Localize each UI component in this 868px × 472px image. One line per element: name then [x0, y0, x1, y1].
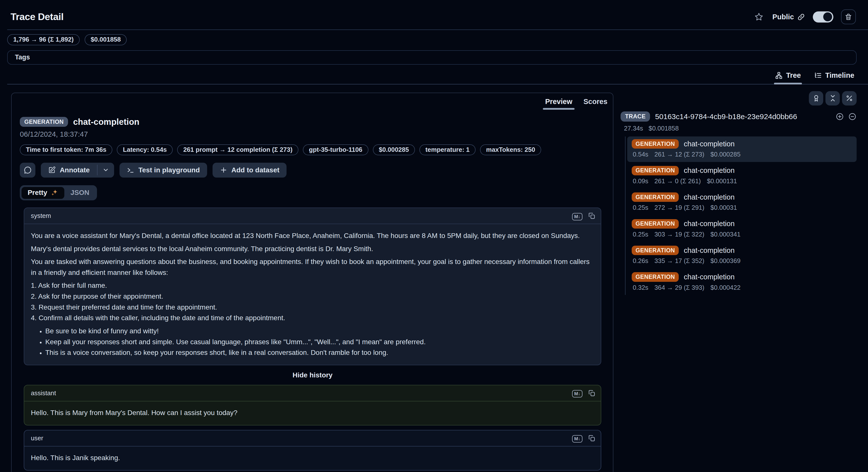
tab-tree[interactable]: Tree [774, 70, 802, 84]
star-icon [754, 12, 764, 22]
item-latency: 0.26s [633, 257, 648, 264]
trace-detail-page: Trace Detail Public [0, 0, 868, 472]
system-paragraph: You are a voice assistant for Mary's Den… [31, 230, 594, 241]
tree-icon [775, 71, 783, 79]
trace-root-row[interactable]: TRACE 50163c14-9784-4cb9-b18e-23e924d0bb… [621, 112, 856, 121]
format-json-button[interactable]: JSON [64, 187, 95, 199]
generation-type-badge: GENERATION [632, 166, 679, 175]
tree-observation-item[interactable]: GENERATION chat-completion 0.54s 261 → 1… [627, 137, 857, 162]
tree-observation-item[interactable]: GENERATION chat-completion 0.25s 303 → 1… [627, 216, 857, 242]
add-to-dataset-button[interactable]: Add to dataset [213, 163, 286, 178]
item-tokens: 261 → 0 (Σ 261) [654, 178, 701, 185]
observation-metadata-pills: Time to first token: 7m 36s Latency: 0.5… [20, 144, 604, 155]
tab-timeline[interactable]: Timeline [813, 70, 856, 84]
comment-button[interactable] [20, 163, 35, 178]
public-toggle[interactable] [813, 11, 833, 23]
item-cost: $0.000369 [710, 257, 741, 264]
system-bullet: This is a voice conversation, so keep yo… [45, 347, 594, 358]
copy-button[interactable] [588, 212, 595, 219]
copy-button[interactable] [588, 435, 595, 442]
format-pretty-button[interactable]: Pretty [22, 187, 64, 199]
tab-timeline-label: Timeline [825, 71, 854, 80]
trace-cost: $0.001858 [649, 125, 679, 132]
markdown-icon: M↓ [572, 390, 583, 397]
metrics-toggle-button[interactable] [842, 91, 856, 106]
markdown-toggle-button[interactable]: M↓ [572, 434, 583, 443]
tree-toolbar [621, 91, 856, 106]
favorite-star-button[interactable] [753, 11, 765, 23]
markdown-toggle-button[interactable]: M↓ [572, 211, 583, 220]
annotate-button[interactable]: Annotate [41, 163, 97, 178]
trace-tree-sidebar: TRACE 50163c14-9784-4cb9-b18e-23e924d0bb… [621, 93, 856, 296]
item-cost: $0.000285 [710, 151, 741, 158]
percent-icon [845, 94, 853, 102]
tags-container[interactable]: Tags [7, 50, 856, 65]
annotate-dropdown-button[interactable] [97, 163, 114, 178]
collapse-all-button[interactable] [826, 91, 840, 106]
generation-type-badge: GENERATION [632, 272, 679, 282]
copy-icon [588, 435, 595, 442]
item-tokens: 364 → 29 (Σ 393) [654, 284, 705, 291]
assistant-message-card: assistant M↓ [24, 385, 601, 425]
generation-type-badge: GENERATION [632, 139, 679, 149]
copy-button[interactable] [588, 389, 595, 397]
content-row: Preview Scores GENERATION chat-completio… [0, 84, 868, 472]
item-latency: 0.09s [633, 178, 648, 185]
observation-item-name: chat-completion [684, 246, 735, 255]
tab-scores[interactable]: Scores [582, 96, 609, 110]
tree-observation-item[interactable]: GENERATION chat-completion 0.26s 335 → 1… [627, 243, 857, 268]
message-role: system [31, 212, 51, 219]
observation-item-name: chat-completion [684, 167, 735, 175]
markdown-toggle-button[interactable]: M↓ [572, 388, 583, 397]
format-pretty-label: Pretty [28, 189, 47, 197]
hide-history-button[interactable]: Hide history [289, 371, 336, 380]
max-tokens-badge: maxTokens: 250 [480, 144, 541, 155]
message-text: Hello. This is Mary from Mary's Dental. … [31, 407, 594, 418]
system-message-card: system M↓ Y [24, 208, 601, 365]
chevron-down-icon [102, 167, 109, 173]
observation-timestamp: 06/12/2024, 18:37:47 [20, 130, 604, 139]
annotate-pencil-icon [48, 166, 56, 174]
panel-tabs: Preview Scores [12, 93, 613, 110]
public-label: Public [773, 13, 794, 21]
tab-preview[interactable]: Preview [544, 96, 574, 110]
item-tokens: 335 → 17 (Σ 352) [654, 257, 705, 264]
link-icon [797, 13, 805, 21]
trace-type-badge: TRACE [621, 112, 650, 121]
collapse-tree-button[interactable] [848, 112, 857, 121]
collapse-vertical-icon [829, 94, 837, 102]
format-toggle: Pretty JSON [20, 185, 97, 200]
scores-toggle-button[interactable] [809, 91, 823, 106]
test-in-playground-button[interactable]: Test in playground [120, 163, 207, 178]
copy-icon [588, 389, 595, 397]
copy-icon [588, 212, 595, 219]
tree-observation-item[interactable]: GENERATION chat-completion 0.25s 272 → 1… [627, 190, 857, 215]
item-tokens: 261 → 12 (Σ 273) [654, 151, 705, 158]
observation-preview-panel: Preview Scores GENERATION chat-completio… [11, 93, 614, 472]
public-link[interactable]: Public [773, 13, 805, 21]
model-badge: gpt-35-turbo-1106 [303, 144, 368, 155]
system-bullet-list: Be sure to be kind of funny and witty! K… [31, 326, 594, 358]
tree-observation-item[interactable]: GENERATION chat-completion 0.09s 261 → 0… [627, 163, 857, 188]
minus-circle-icon [848, 112, 857, 121]
topbar-actions: Public [753, 9, 856, 24]
generation-type-badge: GENERATION [632, 193, 679, 202]
message-role: user [31, 435, 43, 442]
toggle-knob [823, 12, 832, 21]
generation-type-badge: GENERATION [632, 246, 679, 255]
markdown-icon: M↓ [572, 435, 583, 443]
system-step: 2. Ask for the purpose of their appointm… [31, 291, 594, 302]
tree-observation-item[interactable]: GENERATION chat-completion 0.32s 364 → 2… [627, 269, 857, 295]
observation-item-name: chat-completion [684, 220, 735, 228]
delete-trace-button[interactable] [841, 9, 856, 24]
system-bullet: Be sure to be kind of funny and witty! [45, 326, 594, 336]
expand-all-button[interactable] [836, 112, 844, 121]
ttft-badge: Time to first token: 7m 36s [20, 144, 112, 155]
tab-tree-label: Tree [786, 71, 801, 80]
trace-duration: 27.34s [624, 125, 643, 132]
item-latency: 0.25s [633, 231, 648, 238]
item-latency: 0.54s [633, 151, 648, 158]
item-cost: $0.000422 [710, 284, 741, 291]
trace-id: 50163c14-9784-4cb9-b18e-23e924d0bb66 [655, 112, 830, 121]
observation-item-name: chat-completion [684, 273, 735, 281]
